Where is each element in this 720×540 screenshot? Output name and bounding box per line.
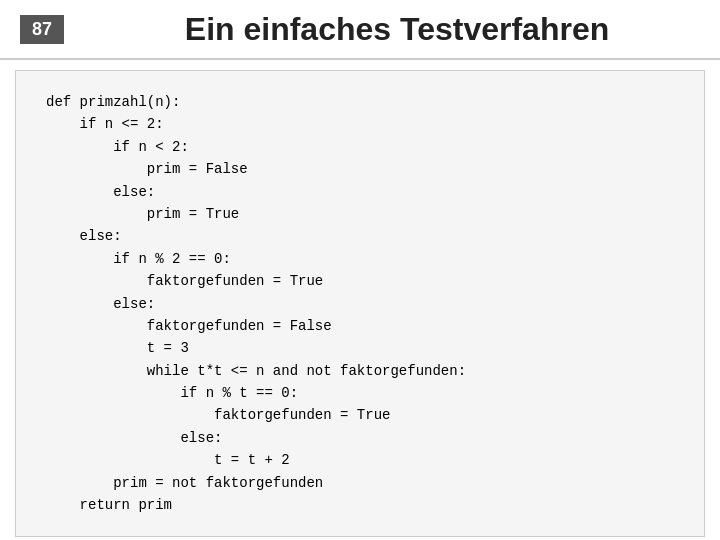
header: 87 Ein einfaches Testverfahren: [0, 0, 720, 60]
code-block: def primzahl(n): if n <= 2: if n < 2: pr…: [46, 91, 466, 516]
page-title: Ein einfaches Testverfahren: [94, 11, 700, 48]
slide-number: 87: [20, 15, 64, 44]
page-container: 87 Ein einfaches Testverfahren def primz…: [0, 0, 720, 540]
content-area: def primzahl(n): if n <= 2: if n < 2: pr…: [15, 70, 705, 537]
